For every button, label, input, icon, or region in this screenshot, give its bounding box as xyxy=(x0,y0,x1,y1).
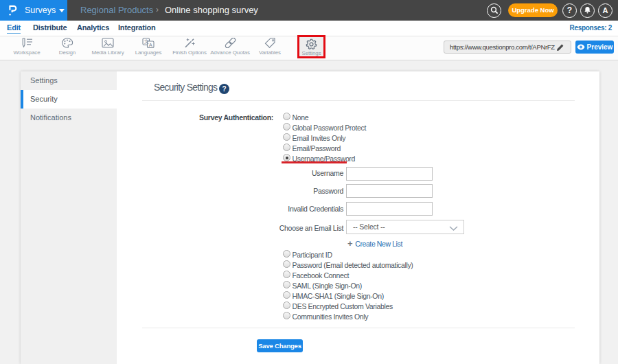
svg-text:A: A xyxy=(149,42,152,48)
